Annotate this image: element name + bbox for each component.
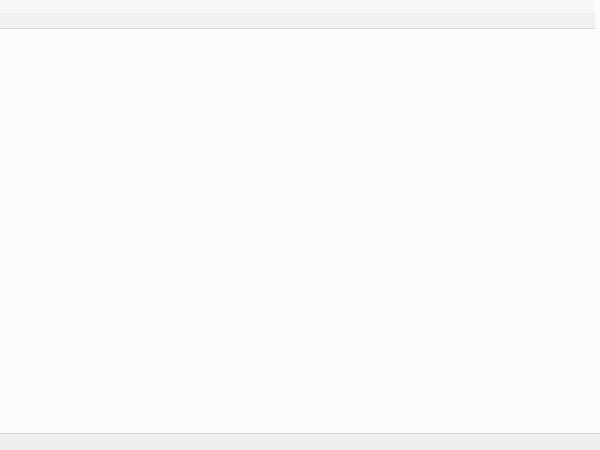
status-bar (0, 433, 600, 450)
action-toolbar (0, 13, 595, 29)
pcb-drawing (0, 29, 600, 433)
menu-bar (0, 0, 593, 13)
application-window (0, 0, 600, 450)
editor-canvas[interactable] (0, 29, 600, 433)
